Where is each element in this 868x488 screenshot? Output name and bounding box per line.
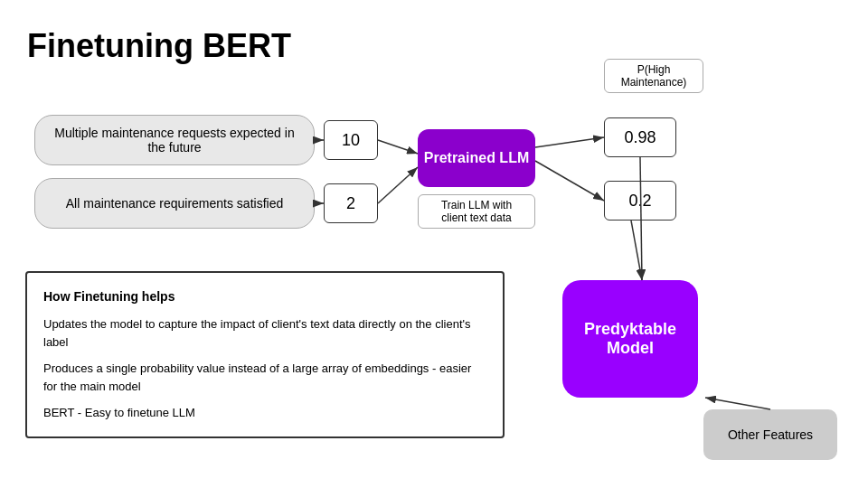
info-title: How Finetuning helps	[43, 287, 486, 306]
pretrained-llm-box: Pretrained LLM	[418, 129, 535, 187]
input-box-1: Multiple maintenance requests expected i…	[34, 115, 315, 165]
number-box-2: 2	[324, 183, 378, 223]
info-p3: BERT - Easy to finetune LLM	[43, 404, 486, 422]
info-p2: Produces a single probability value inst…	[43, 360, 486, 395]
p-high-maintenance-label: P(High Maintenance)	[604, 59, 703, 93]
train-llm-label: Train LLM with client text data	[418, 194, 535, 229]
svg-line-4	[378, 167, 418, 203]
number-box-10: 10	[324, 120, 378, 160]
info-box: How Finetuning helps Updates the model t…	[25, 271, 505, 438]
svg-line-8	[631, 221, 642, 280]
input-box-2: All maintenance requirements satisfied	[34, 178, 315, 229]
prob-box-098: 0.98	[604, 117, 676, 157]
predyktable-model-box: Predyktable Model	[562, 280, 698, 398]
svg-line-5	[535, 137, 604, 147]
prob-box-02: 0.2	[604, 181, 676, 221]
other-features-box: Other Features	[703, 409, 837, 460]
svg-line-9	[705, 398, 770, 409]
svg-line-6	[535, 161, 604, 201]
svg-line-3	[378, 140, 418, 154]
page-title: Finetuning BERT	[27, 27, 291, 65]
info-p1: Updates the model to capture the impact …	[43, 315, 486, 351]
